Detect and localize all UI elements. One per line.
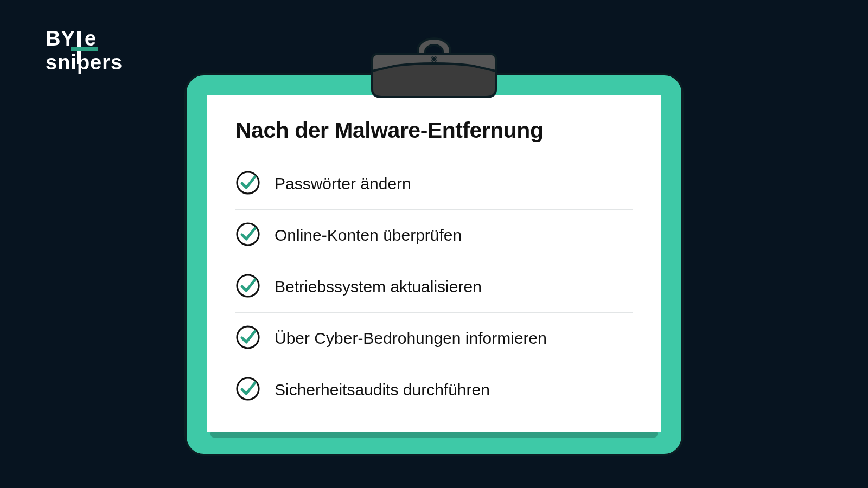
svg-point-8 [237, 326, 259, 348]
svg-point-12 [432, 57, 436, 61]
checkmark-icon [235, 170, 260, 197]
checkmark-icon [235, 325, 260, 352]
clipboard: Nach der Malware-Entfernung Passwörter ä… [184, 73, 684, 456]
svg-point-7 [237, 275, 259, 297]
checklist-item-label: Sicherheitsaudits durchführen [275, 381, 490, 399]
checklist-item-label: Betriebssystem aktualisieren [275, 278, 482, 296]
checkmark-icon [235, 222, 260, 249]
checklist-title: Nach der Malware-Entfernung [235, 118, 633, 143]
checklist-item: Passwörter ändern [235, 158, 633, 210]
clipboard-board: Nach der Malware-Entfernung Passwörter ä… [184, 73, 684, 456]
brand-logo: BY snipers e [46, 27, 159, 77]
svg-text:e: e [85, 27, 96, 50]
checklist-item-label: Online-Konten überprüfen [275, 226, 462, 245]
clipboard-clip-icon [363, 35, 505, 119]
bytesnipers-logo-icon: BY snipers e [46, 27, 159, 77]
checklist-item: Über Cyber-Bedrohungen informieren [235, 313, 633, 364]
svg-point-6 [237, 223, 259, 245]
checklist: Passwörter ändern Online-Konten überprüf… [235, 158, 633, 415]
svg-text:BY: BY [46, 27, 75, 50]
checkmark-icon [235, 273, 260, 300]
clipboard-paper: Nach der Malware-Entfernung Passwörter ä… [207, 95, 661, 432]
svg-point-9 [237, 378, 259, 400]
checkmark-icon [235, 376, 260, 403]
checklist-item-label: Über Cyber-Bedrohungen informieren [275, 329, 547, 348]
checklist-item-label: Passwörter ändern [275, 175, 411, 193]
checklist-item: Betriebssystem aktualisieren [235, 261, 633, 313]
svg-point-5 [237, 172, 259, 194]
checklist-item: Online-Konten überprüfen [235, 210, 633, 261]
svg-text:snipers: snipers [46, 51, 123, 74]
checklist-item: Sicherheitsaudits durchführen [235, 364, 633, 415]
